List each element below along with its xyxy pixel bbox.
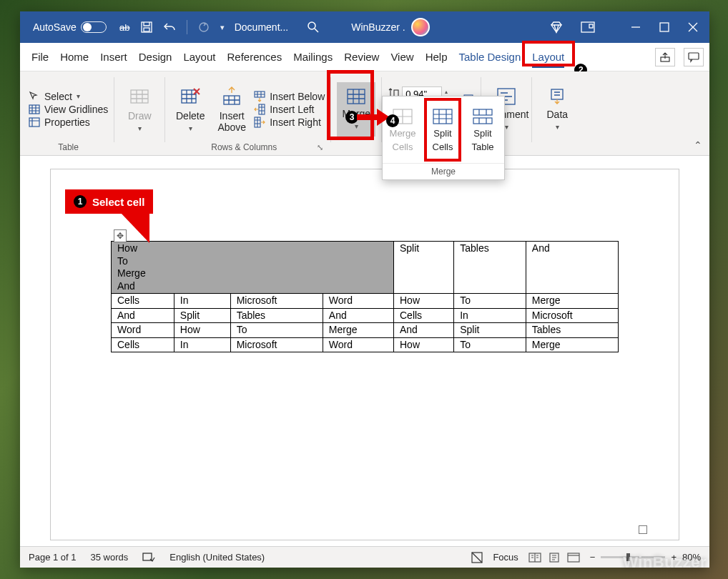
tab-table-design[interactable]: Table Design [453,46,527,67]
app-window: AutoSave ab ▾ Document... WinBuzzer . [20,11,709,568]
diamond-icon[interactable] [549,20,564,34]
group-table: Select▾ View Gridlines Properties Table [23,74,114,155]
svg-rect-29 [473,109,492,115]
zoom-control[interactable]: − + 80% [590,552,701,563]
collapse-ribbon-icon[interactable]: ⌃ [694,139,702,151]
rows-cols-launcher-icon[interactable]: ⤡ [317,143,325,152]
table-cell[interactable]: Split [394,242,454,294]
insert-left-button[interactable]: Insert Left [254,104,314,115]
maximize-button[interactable] [659,22,669,32]
window-buttons [631,22,698,32]
autosave-label: AutoSave [33,21,77,33]
app-mode-icon[interactable] [581,21,595,34]
merge-dropdown-menu: MergeCells SplitCells SplitTable Merge [382,96,505,180]
svg-rect-30 [473,118,492,124]
zoom-value[interactable]: 80% [682,552,701,563]
split-table-item[interactable]: SplitTable [463,96,503,163]
tab-insert[interactable]: Insert [94,46,133,67]
status-language[interactable]: English (United States) [169,552,265,563]
merge-dropdown-footer: Merge [383,163,504,179]
search-icon[interactable] [307,21,320,34]
status-focus[interactable]: Focus [493,552,518,563]
annotation-step1-text: Select cell [92,196,144,208]
table-cell[interactable]: And [526,242,618,294]
tab-home[interactable]: Home [54,46,94,67]
autosave-toggle[interactable]: AutoSave [33,21,107,33]
tab-references[interactable]: References [221,46,287,67]
svg-rect-12 [29,118,39,127]
draw-button: Draw▾ [120,82,159,137]
table-row: CellsInMicrosoftWordHowToMerge [112,337,619,352]
web-layout-icon[interactable] [567,553,580,563]
table-cell[interactable]: Tables [454,242,526,294]
tab-design[interactable]: Design [133,46,178,67]
select-button[interactable]: Select▾ [29,91,80,102]
account-area[interactable]: WinBuzzer . [351,18,429,36]
zoom-in-icon[interactable]: + [671,552,677,563]
spell-check-icon[interactable] [142,552,155,563]
tab-layout[interactable]: Layout [177,46,221,67]
zoom-out-icon[interactable]: − [590,552,596,563]
insert-above-button[interactable]: Insert Above [212,82,251,137]
annotation-step4-badge: 4 [386,114,399,127]
document-page: 1 Select cell ✥ How To Merge And Split T… [50,169,679,540]
tab-table-layout[interactable]: Layout 2 [526,46,570,67]
view-buttons [528,553,580,563]
group-draw: Draw▾ [114,74,164,155]
insert-right-button[interactable]: Insert Right [254,117,321,128]
tabs-right-icons [655,48,704,66]
titlebar-right [549,20,707,34]
undo-icon[interactable] [162,21,177,33]
svg-rect-35 [568,553,579,562]
brand-label: WinBuzzer . [351,21,405,33]
strike-icon[interactable]: ab [119,21,131,33]
ribbon-tabs: File Home Insert Design Layout Reference… [20,43,709,71]
merge-cells-item: MergeCells [383,96,423,163]
share-button[interactable] [655,48,675,66]
insert-above-label: Insert Above [217,110,246,133]
annotation-step1: 1 Select cell [65,189,153,243]
group-rows-columns: Delete▾ Insert Above Insert Below Insert… [165,74,330,155]
status-page[interactable]: Page 1 of 1 [29,552,77,563]
print-layout-icon[interactable] [549,553,560,563]
annotation-step1-badge: 1 [74,195,87,208]
zoom-slider[interactable] [601,556,665,558]
delete-button[interactable]: Delete▾ [171,82,210,137]
toggle-off-icon [81,21,107,33]
svg-text:ab: ab [119,22,129,33]
comments-button[interactable] [684,48,704,66]
annotation-step3-arrow: 3 [345,109,390,126]
save-icon[interactable] [141,21,152,33]
read-mode-icon[interactable] [528,553,541,563]
table-move-handle-icon[interactable]: ✥ [114,229,127,242]
redo-icon[interactable] [197,21,210,34]
insert-below-button[interactable]: Insert Below [254,91,325,102]
status-bar: Page 1 of 1 35 words English (United Sta… [20,546,709,568]
svg-rect-11 [29,105,39,114]
group-rows-columns-label: Rows & Columns [171,141,317,154]
group-table-label: Table [29,141,108,154]
svg-rect-10 [689,53,699,59]
tab-view[interactable]: View [385,46,419,67]
view-gridlines-button[interactable]: View Gridlines [29,104,108,115]
document-table[interactable]: How To Merge And Split Tables And CellsI… [111,241,619,352]
table-row: CellsInMicrosoftWordHowToMerge [112,294,619,309]
properties-button[interactable]: Properties [29,117,90,128]
display-settings-icon[interactable] [471,552,483,563]
data-button[interactable]: Data▾ [538,82,576,137]
status-words[interactable]: 35 words [91,552,129,563]
minimize-button[interactable] [631,22,641,32]
svg-rect-5 [581,22,594,32]
table-row: AndSplitTablesAndCellsInMicrosoft [112,308,619,323]
tab-help[interactable]: Help [420,46,453,67]
table-resize-handle-icon[interactable] [639,525,647,534]
merged-cell[interactable]: How To Merge And [112,242,394,294]
tab-file[interactable]: File [26,46,54,67]
tab-mailings[interactable]: Mailings [287,46,338,67]
svg-rect-6 [589,24,593,28]
qat-more-icon[interactable]: ▾ [220,23,225,32]
document-area[interactable]: 1 Select cell ✥ How To Merge And Split T… [20,156,709,546]
close-button[interactable] [688,22,698,32]
split-cells-item[interactable]: SplitCells [423,96,463,163]
tab-review[interactable]: Review [338,46,385,67]
